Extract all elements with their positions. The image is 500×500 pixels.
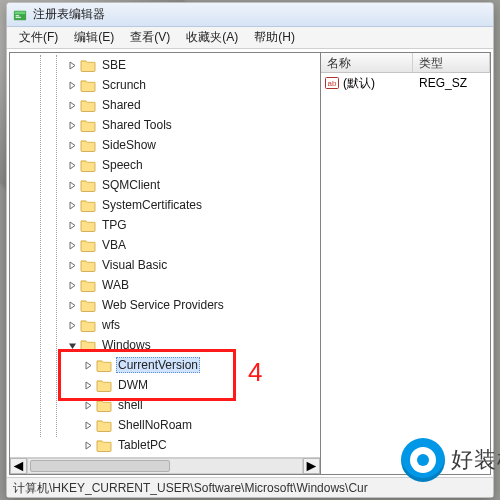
folder-icon xyxy=(80,338,96,352)
triangle-left-icon: ◄ xyxy=(11,457,27,475)
statusbar: 计算机\HKEY_CURRENT_USER\Software\Microsoft… xyxy=(7,477,493,497)
tree-viewport[interactable]: SBEScrunchSharedShared ToolsSideShowSpee… xyxy=(10,53,320,457)
tree-item[interactable]: WAB xyxy=(18,275,254,295)
triangle-right-icon: ► xyxy=(304,457,320,475)
values-body[interactable]: ab(默认)REG_SZ xyxy=(321,73,490,474)
tree-item[interactable]: DWM xyxy=(18,375,254,395)
folder-icon xyxy=(80,98,96,112)
tree-item-label: Speech xyxy=(100,158,145,172)
scroll-left-button[interactable]: ◄ xyxy=(10,458,27,474)
tree-item[interactable]: ShellNoRoam xyxy=(18,415,254,435)
scroll-thumb[interactable] xyxy=(30,460,170,472)
expander-closed-icon[interactable] xyxy=(66,239,78,251)
tree-item-label: CurrentVersion xyxy=(116,357,200,373)
expander-closed-icon[interactable] xyxy=(66,119,78,131)
client-area: SBEScrunchSharedShared ToolsSideShowSpee… xyxy=(7,49,493,477)
expander-closed-icon[interactable] xyxy=(82,439,94,451)
menu-edit[interactable]: 编辑(E) xyxy=(66,27,122,48)
expander-closed-icon[interactable] xyxy=(66,159,78,171)
tree-item-label: shell xyxy=(116,398,145,412)
svg-rect-3 xyxy=(16,16,21,17)
tree-item-label: WAB xyxy=(100,278,131,292)
expander-closed-icon[interactable] xyxy=(66,99,78,111)
values-header: 名称 类型 xyxy=(321,53,490,73)
value-name: (默认) xyxy=(343,75,375,92)
regedit-window: 注册表编辑器 文件(F) 编辑(E) 查看(V) 收藏夹(A) 帮助(H) SB… xyxy=(6,2,494,498)
tree-item[interactable]: VBA xyxy=(18,235,254,255)
expander-closed-icon[interactable] xyxy=(82,379,94,391)
folder-icon xyxy=(96,438,112,452)
scroll-track[interactable] xyxy=(27,458,303,474)
string-value-icon: ab xyxy=(325,76,339,90)
folder-icon xyxy=(96,398,112,412)
window-title: 注册表编辑器 xyxy=(33,6,105,23)
tree-item-label: wfs xyxy=(100,318,122,332)
folder-icon xyxy=(80,158,96,172)
folder-icon xyxy=(80,258,96,272)
scroll-right-button[interactable]: ► xyxy=(303,458,320,474)
tree-item[interactable]: Scrunch xyxy=(18,75,254,95)
value-row[interactable]: ab(默认)REG_SZ xyxy=(321,73,490,93)
tree-item[interactable]: TPG xyxy=(18,215,254,235)
expander-closed-icon[interactable] xyxy=(66,279,78,291)
expander-closed-icon[interactable] xyxy=(66,59,78,71)
menu-view[interactable]: 查看(V) xyxy=(122,27,178,48)
column-header-name[interactable]: 名称 xyxy=(321,53,413,72)
tree-item[interactable]: wfs xyxy=(18,315,254,335)
titlebar[interactable]: 注册表编辑器 xyxy=(7,3,493,27)
expander-closed-icon[interactable] xyxy=(82,359,94,371)
folder-icon xyxy=(80,118,96,132)
tree-item-label: ShellNoRoam xyxy=(116,418,194,432)
tree-item[interactable]: SystemCertificates xyxy=(18,195,254,215)
svg-text:ab: ab xyxy=(328,79,337,88)
tree-item-label: SideShow xyxy=(100,138,158,152)
tree-item[interactable]: shell xyxy=(18,395,254,415)
column-header-type[interactable]: 类型 xyxy=(413,53,490,72)
folder-icon xyxy=(96,378,112,392)
expander-closed-icon[interactable] xyxy=(66,219,78,231)
expander-closed-icon[interactable] xyxy=(66,319,78,331)
svg-rect-2 xyxy=(16,15,20,16)
folder-icon xyxy=(80,218,96,232)
tree-item[interactable]: Web Service Providers xyxy=(18,295,254,315)
expander-closed-icon[interactable] xyxy=(66,259,78,271)
folder-icon xyxy=(80,178,96,192)
tree-item[interactable]: SideShow xyxy=(18,135,254,155)
folder-icon xyxy=(80,138,96,152)
expander-closed-icon[interactable] xyxy=(82,419,94,431)
tree-item[interactable]: TabletPC xyxy=(18,435,254,455)
tree-item[interactable]: SQMClient xyxy=(18,175,254,195)
tree-horizontal-scrollbar[interactable]: ◄ ► xyxy=(10,457,320,474)
tree-item[interactable]: Windows Error Reporting xyxy=(18,455,254,457)
expander-open-icon[interactable] xyxy=(66,339,78,351)
expander-closed-icon[interactable] xyxy=(66,299,78,311)
tree-item[interactable]: Speech xyxy=(18,155,254,175)
folder-icon xyxy=(96,418,112,432)
folder-icon xyxy=(80,298,96,312)
tree-item-label: Windows xyxy=(100,338,153,352)
tree-item-label: TPG xyxy=(100,218,129,232)
expander-closed-icon[interactable] xyxy=(66,139,78,151)
tree-item-label: Scrunch xyxy=(100,78,148,92)
menu-favorites[interactable]: 收藏夹(A) xyxy=(178,27,246,48)
tree-item-label: TabletPC xyxy=(116,438,169,452)
tree-item[interactable]: Shared Tools xyxy=(18,115,254,135)
expander-closed-icon[interactable] xyxy=(66,179,78,191)
tree-item-label: Shared xyxy=(100,98,143,112)
tree-item[interactable]: Shared xyxy=(18,95,254,115)
folder-icon xyxy=(80,58,96,72)
tree-item[interactable]: CurrentVersion xyxy=(18,355,254,375)
menu-help[interactable]: 帮助(H) xyxy=(246,27,303,48)
folder-icon xyxy=(80,238,96,252)
tree-item[interactable]: Windows xyxy=(18,335,254,355)
folder-icon xyxy=(80,318,96,332)
expander-closed-icon[interactable] xyxy=(66,199,78,211)
tree-item[interactable]: Visual Basic xyxy=(18,255,254,275)
tree-item-label: SystemCertificates xyxy=(100,198,204,212)
tree-item-label: SBE xyxy=(100,58,128,72)
tree-item[interactable]: SBE xyxy=(18,55,254,75)
menu-file[interactable]: 文件(F) xyxy=(11,27,66,48)
expander-closed-icon[interactable] xyxy=(82,399,94,411)
expander-closed-icon[interactable] xyxy=(66,79,78,91)
svg-rect-1 xyxy=(15,11,26,14)
